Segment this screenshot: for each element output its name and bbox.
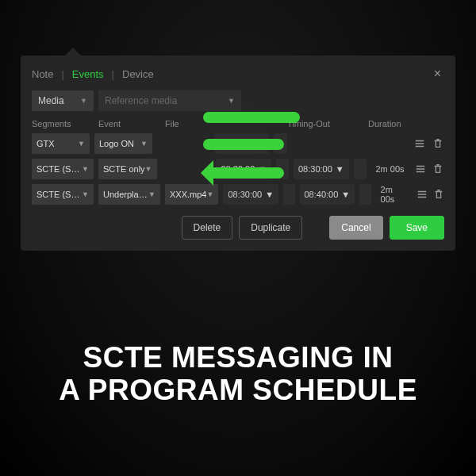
chip[interactable] [274, 133, 287, 154]
time-out-input[interactable]: 08:40:00▼ [300, 184, 355, 205]
file-select[interactable]: XXX.mp4▼ [165, 184, 218, 205]
tab-events[interactable]: Events [72, 68, 104, 80]
time-in-input[interactable]: 08:30:00▼ [223, 184, 278, 205]
chip[interactable] [354, 159, 367, 179]
tab-device[interactable]: Device [122, 68, 154, 80]
media-type-label: Media [38, 95, 64, 106]
reference-media-select[interactable]: Reference media ▼ [98, 90, 241, 111]
chevron-down-icon: ▼ [341, 190, 350, 199]
settings-icon[interactable] [414, 159, 427, 179]
time-in-input[interactable]: 08:30:00▼ [216, 159, 271, 179]
close-icon[interactable]: × [431, 67, 444, 81]
tab-bar: Note | Events | Device × [32, 67, 444, 81]
caption: SCTE MESSAGING IN A PROGRAM SCHEDULE [0, 341, 476, 407]
header-timing-out: Timing-Out [287, 119, 344, 129]
media-type-select[interactable]: Media ▼ [32, 90, 94, 111]
chip[interactable] [276, 159, 289, 179]
duration-value: 2m 00s [376, 184, 413, 205]
duration-value: 2m 00s [371, 159, 410, 179]
header-blank [225, 119, 282, 129]
chevron-down-icon: ▼ [206, 190, 213, 198]
event-select[interactable]: Underplay ...▼ [98, 184, 160, 205]
file-cell [157, 133, 209, 154]
events-panel: Note | Events | Device × Media ▼ Referen… [21, 56, 455, 251]
chevron-down-icon: ▼ [148, 190, 155, 198]
time-out-input[interactable]: 08:30:00▼ [294, 159, 349, 179]
table-row: GTX▼ Logo ON▼ 08:30:00▼ [32, 133, 444, 154]
cancel-button[interactable]: Cancel [329, 216, 382, 240]
chevron-down-icon: ▼ [78, 140, 85, 148]
segment-select[interactable]: SCTE (Spl...▼ [32, 159, 94, 179]
chevron-down-icon: ▼ [80, 97, 87, 105]
duration-value [368, 133, 409, 154]
column-headers: Segments Event File Timing-Out Duration [32, 119, 444, 129]
separator: | [112, 68, 114, 80]
event-select[interactable]: SCTE only▼ [98, 159, 157, 179]
duplicate-button[interactable]: Duplicate [239, 216, 302, 240]
delete-icon[interactable] [433, 184, 444, 205]
chevron-down-icon: ▼ [228, 97, 235, 105]
chevron-down-icon: ▼ [140, 140, 148, 148]
delete-icon[interactable] [431, 133, 444, 154]
button-row: Delete Duplicate Cancel Save [32, 216, 444, 240]
segment-select[interactable]: GTX▼ [32, 133, 90, 154]
chip[interactable] [283, 184, 294, 205]
chip[interactable] [359, 184, 370, 205]
chevron-down-icon: ▼ [82, 165, 89, 173]
chevron-down-icon: ▼ [265, 190, 274, 199]
chevron-down-icon: ▼ [82, 190, 89, 198]
delete-icon[interactable] [432, 159, 444, 179]
event-select[interactable]: Logo ON▼ [94, 133, 152, 154]
header-duration: Duration [368, 119, 411, 129]
settings-icon[interactable] [413, 133, 427, 154]
delete-button[interactable]: Delete [182, 216, 233, 240]
reference-media-placeholder: Reference media [105, 95, 177, 106]
save-button[interactable]: Save [390, 216, 444, 240]
table-row: SCTE (Spl...▼ SCTE only▼ 08:30:00▼ 08:30… [32, 159, 444, 179]
table-row: SCTE (Spl...▼ Underplay ...▼ XXX.mp4▼ 08… [32, 184, 444, 205]
tab-note[interactable]: Note [32, 68, 53, 80]
header-file: File [165, 119, 221, 129]
time-out-cell [292, 133, 345, 154]
segment-select[interactable]: SCTE (Spl...▼ [32, 184, 94, 205]
chevron-down-icon: ▼ [336, 164, 344, 174]
settings-icon[interactable] [416, 184, 428, 205]
header-segments: Segments [32, 119, 94, 129]
chevron-down-icon: ▼ [145, 165, 152, 173]
header-event: Event [98, 119, 160, 129]
caption-line2: A PROGRAM SCHEDULE [0, 374, 476, 406]
chevron-down-icon: ▼ [255, 139, 264, 148]
time-in-input[interactable]: 08:30:00▼ [214, 133, 270, 154]
file-cell [162, 159, 212, 179]
chevron-down-icon: ▼ [258, 164, 267, 174]
media-row: Media ▼ Reference media ▼ [32, 90, 444, 111]
separator: | [61, 68, 63, 80]
caption-line1: SCTE MESSAGING IN [0, 341, 476, 374]
